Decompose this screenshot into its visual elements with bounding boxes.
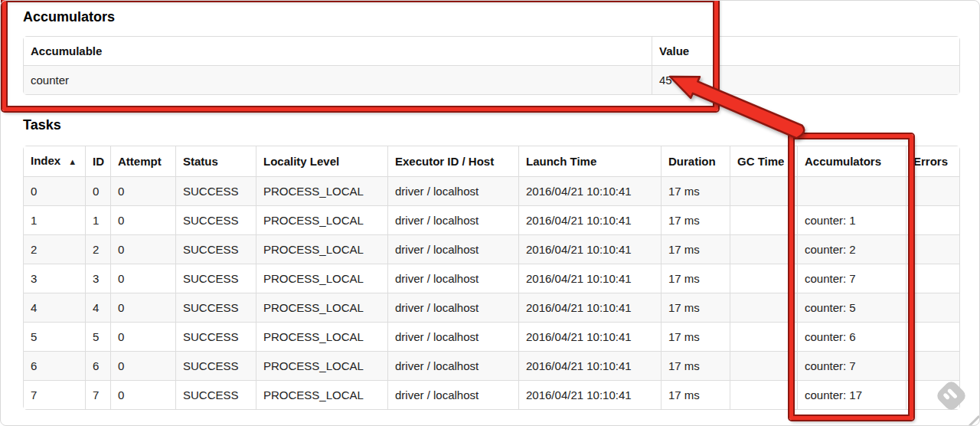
column-header-label: Locality Level: [263, 155, 339, 168]
table-cell: counter: 7: [797, 351, 906, 380]
table-cell: [730, 176, 797, 205]
column-header-label: Value: [659, 44, 689, 57]
table-cell: [730, 322, 797, 351]
column-header-attempt[interactable]: Attempt: [110, 146, 175, 176]
table-cell: SUCCESS: [175, 234, 256, 264]
table-cell: 2016/04/21 10:10:41: [518, 264, 661, 293]
table-row: 220SUCCESSPROCESS_LOCALdriver / localhos…: [24, 234, 959, 264]
table-cell: 6: [85, 351, 110, 380]
table-cell: 2016/04/21 10:10:41: [518, 322, 661, 351]
tasks-section-heading: Tasks: [23, 117, 959, 133]
table-cell: PROCESS_LOCAL: [256, 234, 387, 264]
table-cell: [730, 264, 797, 293]
table-cell: PROCESS_LOCAL: [256, 380, 387, 409]
table-cell: 7: [24, 380, 85, 409]
table-cell: 3: [85, 264, 110, 293]
column-header-executor-id-host[interactable]: Executor ID / Host: [387, 146, 518, 176]
table-cell: 0: [110, 264, 175, 293]
table-cell: 0: [110, 234, 175, 264]
column-header-duration[interactable]: Duration: [661, 146, 730, 176]
column-header-label: ID: [93, 155, 104, 168]
table-cell: PROCESS_LOCAL: [256, 293, 387, 322]
table-cell: 17 ms: [661, 380, 730, 409]
table-cell: PROCESS_LOCAL: [256, 322, 387, 351]
sort-ascending-icon: ▲: [68, 157, 77, 166]
column-header-label: Index: [31, 154, 60, 167]
table-cell: driver / localhost: [387, 380, 518, 409]
column-header-locality-level[interactable]: Locality Level: [256, 146, 387, 176]
column-header-id[interactable]: ID: [85, 146, 110, 176]
table-cell: driver / localhost: [387, 264, 518, 293]
table-cell: SUCCESS: [175, 293, 256, 322]
table-cell: counter: 17: [797, 380, 906, 409]
table-cell: driver / localhost: [387, 176, 518, 205]
table-cell: PROCESS_LOCAL: [256, 351, 387, 380]
table-cell: 2016/04/21 10:10:41: [518, 234, 661, 264]
tasks-header-row: Index▲IDAttemptStatusLocality LevelExecu…: [24, 146, 959, 176]
table-cell: 5: [85, 322, 110, 351]
column-header-errors[interactable]: Errors: [906, 146, 959, 176]
table-cell: 3: [24, 264, 85, 293]
table-cell: [730, 293, 797, 322]
table-cell: [797, 176, 906, 205]
table-row: 550SUCCESSPROCESS_LOCALdriver / localhos…: [24, 322, 959, 351]
table-cell: 2016/04/21 10:10:41: [518, 351, 661, 380]
table-cell: 4: [85, 293, 110, 322]
table-cell: 0: [110, 322, 175, 351]
table-cell: 17 ms: [661, 351, 730, 380]
table-row: counter45: [24, 65, 959, 94]
table-cell: driver / localhost: [387, 205, 518, 234]
accumulators-table: AccumulableValue counter45: [23, 36, 960, 95]
table-row: 440SUCCESSPROCESS_LOCALdriver / localhos…: [24, 293, 959, 322]
table-cell: counter: 7: [797, 264, 906, 293]
table-cell: [730, 234, 797, 264]
column-header-gc-time[interactable]: GC Time: [730, 146, 797, 176]
table-cell: SUCCESS: [175, 351, 256, 380]
table-cell: 0: [24, 176, 85, 205]
table-cell: PROCESS_LOCAL: [256, 205, 387, 234]
table-cell: driver / localhost: [387, 351, 518, 380]
column-header-accumulators[interactable]: Accumulators: [797, 146, 906, 176]
column-header-index[interactable]: Index▲: [24, 146, 85, 176]
accumulators-header-row: AccumulableValue: [24, 37, 959, 65]
table-cell: [906, 322, 959, 351]
column-header-label: Accumulators: [805, 155, 881, 168]
resize-handle-icon: [969, 415, 980, 426]
table-cell: [906, 205, 959, 234]
column-header-label: Errors: [913, 155, 948, 168]
column-header-label: Duration: [668, 155, 716, 168]
column-header-accumulable[interactable]: Accumulable: [24, 37, 652, 65]
table-row: 110SUCCESSPROCESS_LOCALdriver / localhos…: [24, 205, 959, 234]
table-cell: SUCCESS: [175, 264, 256, 293]
table-cell: 0: [110, 351, 175, 380]
table-cell: 17 ms: [661, 264, 730, 293]
table-cell: counter: 2: [797, 234, 906, 264]
column-header-label: Launch Time: [526, 155, 596, 168]
table-cell: 17 ms: [661, 293, 730, 322]
table-cell: 0: [110, 176, 175, 205]
table-cell: 7: [85, 380, 110, 409]
column-header-launch-time[interactable]: Launch Time: [518, 146, 661, 176]
table-cell: 0: [85, 176, 110, 205]
table-cell: 0: [110, 293, 175, 322]
table-cell: SUCCESS: [175, 380, 256, 409]
table-cell: 4: [24, 293, 85, 322]
column-header-label: Executor ID / Host: [395, 155, 494, 168]
column-header-label: GC Time: [737, 155, 784, 168]
tasks-table: Index▲IDAttemptStatusLocality LevelExecu…: [23, 146, 960, 410]
table-cell: SUCCESS: [175, 176, 256, 205]
table-row: 660SUCCESSPROCESS_LOCALdriver / localhos…: [24, 351, 959, 380]
table-cell: PROCESS_LOCAL: [256, 264, 387, 293]
column-header-value[interactable]: Value: [652, 37, 959, 65]
table-cell: [906, 351, 959, 380]
table-cell: driver / localhost: [387, 234, 518, 264]
table-cell: counter: 5: [797, 293, 906, 322]
table-cell: 17 ms: [661, 322, 730, 351]
table-cell: 2016/04/21 10:10:41: [518, 176, 661, 205]
table-cell: counter: [24, 65, 652, 94]
table-cell: 5: [24, 322, 85, 351]
column-header-label: Status: [183, 155, 218, 168]
column-header-status[interactable]: Status: [175, 146, 256, 176]
table-cell: [730, 380, 797, 409]
table-cell: [730, 205, 797, 234]
